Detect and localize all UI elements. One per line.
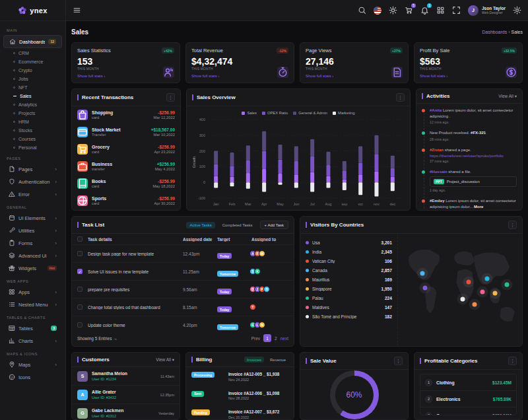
more-options-button[interactable]: ⋮ [508,221,517,229]
show-full-stats-link[interactable]: Show full stats › [77,74,174,78]
view-all-dropdown[interactable]: View All ▾ [498,94,517,99]
tab-invoices[interactable]: Invoices [244,357,264,363]
map-marker-dot[interactable] [420,271,425,275]
tab-completed-tasks[interactable]: Completed Tasks [219,222,256,228]
brand-logo[interactable]: ynex [0,0,65,21]
customer-row[interactable]: A Allie Grater User ID: #3432 12.35pm [72,386,180,404]
more-options-button[interactable]: ⋮ [394,357,403,365]
pagination-page-2[interactable]: 2 [275,336,277,341]
map-marker-dot[interactable] [423,285,428,290]
pagination-next[interactable]: next [280,336,288,341]
map-marker-dot[interactable] [505,282,510,287]
task-checkbox[interactable] [77,251,82,256]
sidebar-subitem[interactable]: Projects [0,109,65,118]
show-full-stats-link[interactable]: Show full stats › [306,74,403,78]
category-row[interactable]: 2 Electronics $765.89K [420,391,516,407]
sidebar-item[interactable]: Utilities › [3,225,62,236]
customer-row[interactable]: S Samantha Melon User ID: #1234 11.43am [72,367,180,386]
sidebar-subitem[interactable]: Jobs [0,75,65,83]
sidebar-subitem[interactable]: CRM [0,49,65,57]
settings-gear-icon[interactable] [513,6,521,15]
activity-link[interactable]: https://themeforest.net/user/spruko/port… [430,154,517,158]
sidebar-subitem[interactable]: Crypto [0,66,65,75]
country-flag-icon[interactable] [374,7,381,15]
apps-grid-icon[interactable] [436,6,445,15]
billing-row[interactable]: Pending Invoice #A12-007 _ $3,672 Dec 20… [186,405,294,420]
task-checkbox[interactable] [77,269,82,274]
search-icon[interactable] [358,6,366,15]
task-checkbox[interactable] [77,322,82,328]
pagination-prev[interactable]: Prev [251,336,260,341]
category-row[interactable]: 1 Clothing $123.45M [420,374,516,391]
sidebar-item[interactable]: Error › [3,188,62,200]
activity-user[interactable]: #Anita [430,108,442,112]
sidebar-item[interactable]: Nested Menu › [3,298,62,310]
customer-row[interactable]: G Gabe Lackmen User ID: #2312 Yesterday [72,404,180,420]
sidebar-subitem[interactable]: Sales [0,92,65,100]
legend-item[interactable]: Marketing [333,111,354,115]
view-all-dropdown[interactable]: View All ▾ [156,357,174,363]
transaction-row[interactable]: Stock Market Transfer +$18,567.00 Mar 10… [72,123,180,141]
hamburger-menu-icon[interactable] [73,6,81,15]
sidebar-item[interactable]: Charts › [3,335,62,347]
map-marker-dot[interactable] [485,277,490,281]
activity-user[interactable]: #Zistan [430,148,444,152]
more-options-button[interactable]: ⋮ [508,357,517,365]
map-marker-dot[interactable] [467,280,471,285]
sidebar-item[interactable]: UI Elements › [3,212,62,224]
map-marker-dot[interactable] [480,290,484,295]
tab-active-tasks[interactable]: Active Tasks [186,222,214,228]
sidebar-subitem[interactable]: NFT [0,83,65,92]
transaction-row[interactable]: Business transfer +$256.99 May 4,2022 [72,158,180,175]
notifications-button[interactable]: 1 [420,6,429,15]
more-options-button[interactable]: ⋮ [396,93,405,102]
sidebar-subitem[interactable]: Stocks [0,126,65,135]
fullscreen-icon[interactable] [452,6,461,15]
user-menu[interactable]: J Json Taylor Web Designer [468,5,506,16]
show-full-stats-link[interactable]: Show full stats › [420,74,517,78]
sidebar-subitem[interactable]: Personal [0,143,65,152]
tab-revenue[interactable]: Revenue [267,357,288,363]
add-task-button[interactable]: + Add Task [260,221,288,229]
transaction-row[interactable]: Shopping card -$256.99 Mar 12,2022 [72,106,180,123]
legend-item[interactable]: General & Admin [293,111,327,115]
activity-user[interactable]: #Emiley [430,199,445,203]
transaction-row[interactable]: Sports card -$256.99 Apr 30,2022 [72,192,180,209]
transaction-row[interactable]: Books card -$256.99 May 18,2022 [72,175,180,192]
transaction-row[interactable]: Grocery card -$256.99 Apr 23,2022 [72,141,180,158]
breadcrumb-parent[interactable]: Dashboards [482,30,507,34]
activity-file-chip[interactable]: PPT Project_discussion [430,176,517,187]
sidebar-item[interactable]: Maps › [3,359,62,370]
sidebar-subitem[interactable]: Courses [0,135,65,143]
sidebar-item[interactable]: Apps › [3,286,62,298]
theme-toggle-icon[interactable] [389,6,397,15]
sidebar-subitem[interactable]: Ecommerce [0,57,65,66]
sidebar-item[interactable]: Advanced Ui › [3,250,62,262]
sidebar-item[interactable]: Tables 3 [3,322,62,334]
sidebar-item[interactable]: Pages › [3,163,62,175]
more-options-button[interactable]: ⋮ [166,93,175,102]
category-row[interactable]: 3 Grocery $289.00M [420,407,516,415]
sidebar-item[interactable]: Forms › [3,237,62,249]
select-all-checkbox[interactable] [77,236,82,242]
sidebar-item[interactable]: Icons [3,371,62,383]
sidebar-item[interactable]: Widgets Hot [3,262,62,274]
sidebar-item[interactable]: Dashboards 12 [3,35,62,48]
map-marker-dot[interactable] [473,302,477,307]
map-marker-dot[interactable] [460,297,465,301]
show-full-stats-link[interactable]: Show full stats › [191,74,288,78]
cart-button[interactable]: 5 [405,6,413,15]
billing-row[interactable]: Processing Invoice #A12-005 _ $1,938 Nov… [186,367,294,386]
legend-item[interactable]: Sales [242,111,257,115]
task-checkbox[interactable] [77,287,82,292]
billing-row[interactable]: Sent Invoice #A12-006 _ $1,098 Nov 28,20… [186,386,294,405]
map-marker-dot[interactable] [492,291,497,296]
legend-item[interactable]: OPEX Ratio [262,111,288,115]
pagination-page-1[interactable]: 1 [263,334,271,342]
sidebar-subitem[interactable]: Analytics [0,100,65,109]
sidebar-subitem[interactable]: HRM [0,118,65,126]
activity-user[interactable]: #Hussain [430,170,447,174]
activity-more-link[interactable]: More [474,205,483,209]
task-checkbox[interactable] [77,304,82,310]
sidebar-item[interactable]: Authentication › [3,176,62,188]
